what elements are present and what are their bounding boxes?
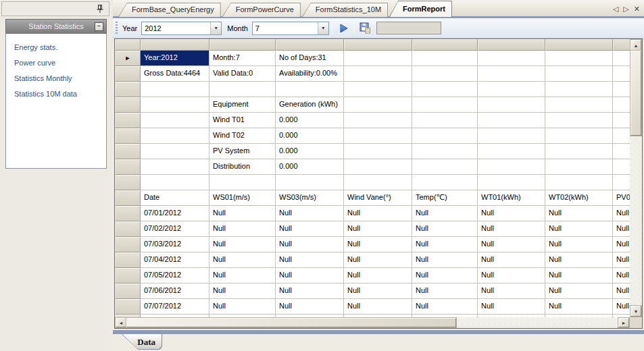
grid-cell[interactable]: Null (276, 206, 344, 221)
grid-cell[interactable]: Wind T01 (209, 113, 276, 128)
tab-scroll-right-icon[interactable]: ▷ (623, 5, 628, 13)
scroll-up-icon[interactable]: ▲ (630, 40, 641, 51)
save-button[interactable] (357, 21, 374, 36)
column-header[interactable] (412, 39, 478, 51)
grid-cell[interactable]: 07/03/2012 (141, 237, 209, 252)
grid-cell[interactable]: Null (545, 221, 613, 237)
grid-cell[interactable] (613, 144, 630, 159)
grid-cell[interactable]: 07/01/2012 (141, 206, 209, 221)
grid-cell[interactable]: Equipment (209, 97, 276, 113)
grid-cell[interactable] (412, 82, 478, 97)
grid-cell[interactable]: Null (545, 284, 613, 299)
grid-cell[interactable] (613, 113, 630, 128)
chevron-down-icon[interactable]: ▼ (210, 22, 221, 34)
toolbar-grip-icon[interactable] (116, 22, 118, 35)
grid-cell[interactable] (412, 144, 478, 159)
grid-cell[interactable] (141, 97, 209, 113)
grid-cell[interactable]: 07/02/2012 (141, 221, 209, 237)
grid-cell[interactable]: WS03(m/s) (276, 190, 344, 206)
grid-cell[interactable]: WT02(kWh) (545, 190, 613, 206)
grid-cell[interactable]: Null (412, 299, 478, 315)
grid-cell[interactable] (478, 97, 545, 113)
row-header[interactable] (115, 284, 141, 299)
row-header[interactable] (115, 237, 141, 252)
toolbar-textbox[interactable] (376, 22, 441, 34)
grid-cell[interactable]: Null (344, 299, 412, 315)
grid-cell[interactable]: Null (276, 268, 344, 284)
grid-cell[interactable] (209, 82, 276, 97)
column-header[interactable] (478, 39, 545, 51)
grid-cell[interactable]: Wind Vane(°) (344, 190, 412, 206)
grid-cell[interactable] (344, 175, 412, 190)
grid-cell[interactable]: 0.000 (276, 159, 344, 175)
grid-cell[interactable]: Null (344, 252, 412, 268)
grid-cell[interactable]: Null (478, 252, 545, 268)
sidebar-item-statistics-monthly[interactable]: Statistics Monthly (6, 71, 106, 86)
grid-cell[interactable] (344, 82, 412, 97)
grid-cell[interactable] (412, 175, 478, 190)
row-header[interactable] (115, 144, 141, 159)
grid-cell[interactable]: Month:7 (209, 51, 276, 66)
grid-cell[interactable]: Null (478, 299, 545, 315)
sidebar-item-power-curve[interactable]: Power curve (6, 55, 106, 71)
grid-cell[interactable]: Null (344, 268, 412, 284)
grid-cell[interactable]: Gross Data:4464 (141, 66, 209, 82)
grid-cell[interactable]: Null (478, 237, 545, 252)
row-header[interactable] (115, 128, 141, 144)
grid-cell[interactable] (141, 128, 209, 144)
grid-cell[interactable] (545, 144, 613, 159)
row-header[interactable] (115, 252, 141, 268)
grid-cell[interactable] (141, 82, 209, 97)
row-header[interactable] (115, 299, 141, 315)
grid-cell[interactable] (545, 51, 613, 66)
grid-cell[interactable]: Wind T02 (209, 128, 276, 144)
grid-cell[interactable] (613, 51, 630, 66)
grid-cell[interactable] (344, 144, 412, 159)
grid-cell[interactable]: Null (276, 284, 344, 299)
sidebar-item-statistics-10m-data[interactable]: Statistics 10M data (6, 86, 106, 102)
grid-cell[interactable] (412, 113, 478, 128)
grid-cell[interactable]: Null (209, 299, 276, 315)
grid-cell[interactable] (478, 144, 545, 159)
grid-cell[interactable] (613, 159, 630, 175)
horizontal-scrollbar[interactable]: ◄ ► (115, 317, 630, 328)
grid-cell[interactable] (344, 97, 412, 113)
grid-cell[interactable]: Null (209, 252, 276, 268)
grid-cell[interactable] (545, 66, 613, 82)
grid-cell[interactable]: Temp(℃) (412, 190, 478, 206)
column-header[interactable] (344, 39, 412, 51)
grid-cell[interactable] (344, 128, 412, 144)
grid-cell[interactable]: Null (276, 299, 344, 315)
column-header[interactable] (613, 39, 630, 51)
grid-cell[interactable]: WS01(m/s) (209, 190, 276, 206)
grid-cell[interactable] (412, 66, 478, 82)
grid-cell[interactable] (613, 97, 630, 113)
grid-cell[interactable]: 07/04/2012 (141, 252, 209, 268)
month-combobox[interactable]: 7 ▼ (252, 22, 329, 35)
grid-cell[interactable]: PV System (209, 144, 276, 159)
run-query-button[interactable] (335, 21, 351, 36)
grid-cell[interactable] (478, 175, 545, 190)
row-header[interactable] (115, 221, 141, 237)
grid-cell[interactable]: Null (276, 221, 344, 237)
grid-cell[interactable] (545, 113, 613, 128)
sidebar-item-energy-stats[interactable]: Energy stats. (6, 40, 106, 55)
grid-cell[interactable] (545, 97, 613, 113)
grid-cell[interactable]: Null (344, 237, 412, 252)
row-header[interactable] (115, 82, 141, 97)
row-header[interactable] (115, 268, 141, 284)
grid-cell[interactable] (478, 66, 545, 82)
grid-cell[interactable]: Null (209, 206, 276, 221)
grid-cell[interactable]: Null (344, 206, 412, 221)
row-header[interactable]: ► (115, 51, 141, 66)
grid-cell[interactable] (344, 66, 412, 82)
grid-cell[interactable] (276, 175, 344, 190)
grid-cell[interactable]: Null (545, 237, 613, 252)
grid-cell[interactable] (141, 175, 209, 190)
grid-cell[interactable]: Null (545, 252, 613, 268)
tab-formpowercurve[interactable]: FormPowerCurve (222, 3, 301, 17)
grid-cell[interactable]: Null (412, 221, 478, 237)
grid-cell[interactable]: Null (613, 237, 630, 252)
row-header[interactable] (115, 190, 141, 206)
collapse-button[interactable]: − (95, 22, 103, 31)
